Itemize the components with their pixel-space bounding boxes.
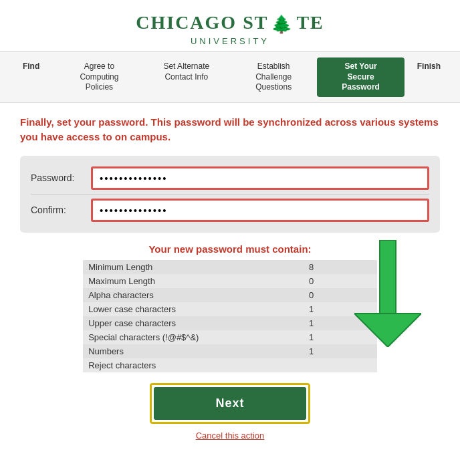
req-row-max-length: Maximum Length 0 [83, 274, 377, 288]
next-button-wrapper: Next [150, 383, 310, 424]
nav-step-contact[interactable]: Set AlternateContact Info [143, 57, 230, 97]
req-value: 8 [304, 260, 377, 274]
req-label: Minimum Length [83, 260, 304, 274]
description-text: Finally, set your password. This passwor… [20, 115, 440, 145]
req-row-min-length: Minimum Length 8 [83, 260, 377, 274]
req-value: 1 [304, 344, 377, 358]
confirm-row: Confirm: [31, 194, 429, 226]
password-row: Password: [31, 162, 429, 194]
university-title: Chicago St🌲te [0, 12, 460, 35]
password-form: Password: Confirm: [20, 156, 440, 233]
req-row-numbers: Numbers 1 [83, 344, 377, 358]
req-row-alpha: Alpha characters 0 [83, 288, 377, 302]
req-value: 1 [304, 330, 377, 344]
password-label: Password: [31, 172, 91, 183]
requirements-table: Minimum Length 8 Maximum Length 0 Alpha … [83, 260, 377, 372]
nav-step-challenge[interactable]: EstablishChallengeQuestions [230, 57, 317, 97]
req-label: Reject characters [83, 358, 304, 372]
nav-step-password[interactable]: Set YourSecurePassword [317, 57, 404, 97]
title-text-1: Chicago St [136, 12, 268, 33]
next-button[interactable]: Next [154, 387, 306, 420]
req-row-reject: Reject characters [83, 358, 377, 372]
req-row-lower: Lower case characters 1 [83, 302, 377, 316]
req-row-special: Special characters (!@#$^&) 1 [83, 330, 377, 344]
password-input[interactable] [91, 166, 429, 190]
confirm-input[interactable] [91, 199, 429, 222]
confirm-label: Confirm: [31, 205, 91, 215]
req-label: Alpha characters [83, 288, 304, 302]
nav-step-find[interactable]: Find [7, 57, 55, 97]
title-text-2: te [296, 12, 324, 33]
main-content: Finally, set your password. This passwor… [0, 103, 460, 447]
button-section: Next Cancel this action [20, 383, 440, 441]
req-value: 0 [304, 288, 377, 302]
nav-step-finish[interactable]: Finish [405, 57, 453, 97]
nav-step-agree[interactable]: Agree toComputingPolicies [55, 57, 142, 97]
req-row-upper: Upper case characters 1 [83, 316, 377, 330]
requirements-title: Your new password must contain: [20, 243, 440, 255]
requirements-section: Your new password must contain: Minimum … [20, 243, 440, 372]
req-value [304, 358, 377, 372]
university-subtitle: University [0, 36, 460, 46]
cancel-link[interactable]: Cancel this action [196, 431, 265, 441]
req-label: Lower case characters [83, 302, 304, 316]
req-value: 1 [304, 316, 377, 330]
req-label: Special characters (!@#$^&) [83, 330, 304, 344]
tree-icon: 🌲 [271, 14, 294, 35]
req-value: 0 [304, 274, 377, 288]
req-label: Numbers [83, 344, 304, 358]
header: Chicago St🌲te University [0, 0, 460, 52]
req-value: 1 [304, 302, 377, 316]
requirements-with-arrow: Minimum Length 8 Maximum Length 0 Alpha … [20, 260, 440, 372]
nav-steps: Find Agree toComputingPolicies Set Alter… [0, 52, 460, 103]
req-label: Maximum Length [83, 274, 304, 288]
req-label: Upper case characters [83, 316, 304, 330]
